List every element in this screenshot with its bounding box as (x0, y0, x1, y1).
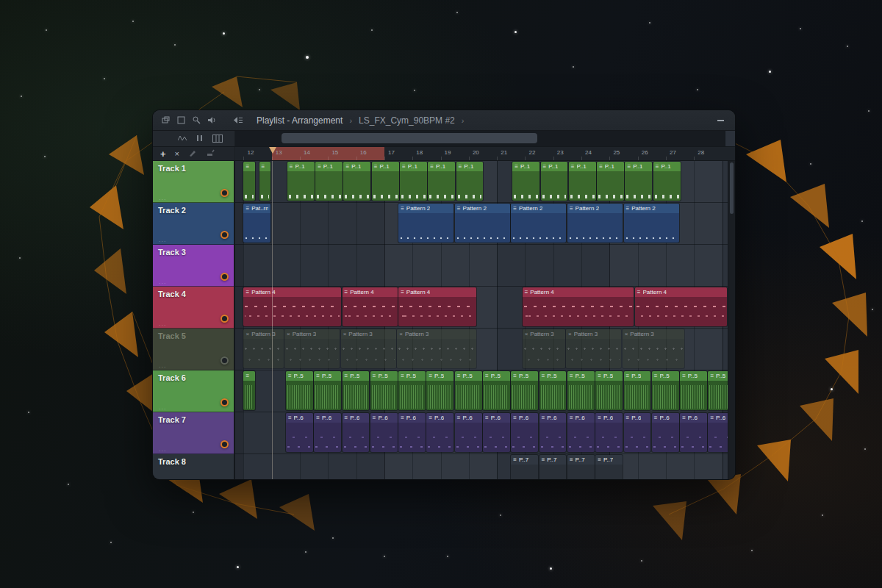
delete-button[interactable]: × (175, 150, 179, 158)
clip[interactable]: ≡P..5 (370, 371, 398, 410)
clip[interactable]: ≡P..7 (539, 455, 567, 479)
audio-preview-icon[interactable] (207, 115, 218, 126)
clip[interactable]: ≡ (259, 162, 271, 201)
clip[interactable]: ≡P..5 (680, 371, 707, 410)
clip[interactable]: ≡P..1 (512, 162, 539, 201)
slide-tool-icon[interactable] (196, 132, 204, 146)
clip[interactable]: ≡P..1 (287, 162, 315, 201)
track-lane[interactable] (235, 245, 728, 287)
clip[interactable]: ≡P..6 (511, 413, 538, 452)
clip[interactable]: ≡Pattern 2 (624, 204, 679, 243)
clip[interactable]: ≡P..5 (624, 371, 651, 410)
clip[interactable]: ×Pattern 3 (284, 329, 340, 368)
brush-tool-icon[interactable] (206, 147, 215, 160)
titlebar[interactable]: Playlist - Arrangement › LS_FX_Cym_90BPM… (153, 110, 735, 131)
clip[interactable]: ×Pattern 3 (623, 329, 685, 368)
clip[interactable]: ≡Pattern 4 (343, 287, 398, 326)
clip[interactable]: ≡ (243, 162, 255, 201)
record-arm-button[interactable] (220, 315, 229, 323)
clip[interactable]: ≡Pattern 2 (455, 204, 510, 243)
clip[interactable]: ≡P..1 (372, 162, 399, 201)
clip[interactable]: ≡Pattern 4 (635, 287, 727, 326)
clip[interactable]: ≡ (243, 371, 255, 410)
clip[interactable]: ≡P..5 (539, 371, 567, 410)
record-arm-button[interactable] (220, 398, 229, 406)
clip[interactable]: ≡P..1 (653, 162, 681, 201)
clip[interactable]: ≡P..5 (426, 371, 453, 410)
clip[interactable]: ≡P..6 (398, 413, 426, 452)
maximize-icon[interactable] (176, 115, 187, 126)
record-arm-button[interactable] (220, 273, 229, 281)
clip[interactable]: ≡Pattern 2 (511, 204, 566, 243)
clip[interactable]: ≡P..6 (455, 413, 482, 452)
clip[interactable]: ≡P..5 (455, 371, 482, 410)
track-lane[interactable]: ≡P..7≡P..7≡P..7≡P..7 (235, 454, 728, 479)
horizontal-scrollbar-thumb[interactable] (282, 133, 537, 143)
playhead-marker[interactable] (269, 147, 276, 154)
track-header[interactable]: Track 3... (153, 245, 234, 287)
track-lane[interactable]: ≡≡≡P..1≡P..1≡P..1≡P..1≡P..1≡P..1≡P..1≡P.… (235, 161, 728, 203)
waveform-tool-icon[interactable] (178, 132, 187, 146)
track-header[interactable]: Track 5... (153, 329, 234, 370)
clip[interactable]: ≡P..6 (286, 413, 313, 452)
detach-icon[interactable] (160, 115, 171, 126)
vertical-scrollbar[interactable] (728, 161, 735, 479)
clip[interactable]: ≡P..6 (680, 413, 707, 452)
clip[interactable]: ≡Pat..rn 2 (243, 204, 270, 243)
record-arm-button[interactable] (220, 356, 229, 365)
playlist-switch-icon[interactable] (232, 115, 243, 126)
clip[interactable]: ≡P..6 (708, 413, 728, 452)
clip[interactable]: ≡P..5 (595, 371, 623, 410)
track-lane[interactable]: ≡Pat..rn 2≡Pattern 2≡Pattern 2≡Pattern 2… (235, 203, 728, 245)
clip[interactable]: ≡P..1 (400, 162, 427, 201)
clip[interactable]: ≡P..1 (541, 162, 568, 201)
clip[interactable]: ≡P..7 (567, 455, 595, 479)
clip[interactable]: ≡P..6 (314, 413, 341, 452)
clip[interactable]: ≡P..1 (456, 162, 484, 201)
clip[interactable]: ×Pattern 3 (566, 329, 621, 368)
clip[interactable]: ≡P..6 (624, 413, 651, 452)
track-lane[interactable]: ≡Pattern 4≡Pattern 4≡Pattern 4≡Pattern 4… (235, 287, 728, 329)
track-header[interactable]: Track 8... (153, 454, 234, 479)
clip[interactable]: ≡Pattern 2 (398, 204, 453, 243)
clip[interactable]: ×Pattern 3 (243, 329, 283, 368)
clip[interactable]: ≡P..7 (511, 455, 538, 479)
clip[interactable]: ≡P..1 (343, 162, 370, 201)
clip[interactable]: ≡P..6 (595, 413, 623, 452)
clip[interactable]: ≡P..5 (398, 371, 426, 410)
clip[interactable]: ×Pattern 3 (523, 329, 565, 368)
timeline-ruler[interactable]: 1213141516171819202122232425262728 (235, 147, 735, 160)
piano-tool-icon[interactable] (212, 132, 223, 146)
track-lane[interactable]: ≡P..6≡P..6≡P..6≡P..6≡P..6≡P..6≡P..6≡P..6… (235, 412, 728, 454)
clip[interactable]: ≡Pattern 4 (523, 287, 634, 326)
minimize-button[interactable] (713, 115, 728, 126)
clip[interactable]: ≡P..1 (597, 162, 624, 201)
clip[interactable]: ×Pattern 3 (397, 329, 476, 368)
clip[interactable]: ≡P..6 (370, 413, 398, 452)
track-header[interactable]: Track 1... (153, 161, 234, 203)
add-button[interactable]: + (160, 149, 166, 159)
record-arm-button[interactable] (220, 231, 229, 239)
track-header[interactable]: Track 6... (153, 370, 234, 412)
zoom-icon[interactable] (191, 115, 202, 126)
clip[interactable]: ≡P..6 (343, 413, 370, 452)
clip[interactable]: ×Pattern 3 (341, 329, 396, 368)
clip[interactable]: ≡P..5 (314, 371, 341, 410)
clip[interactable]: ≡P..5 (511, 371, 538, 410)
clip[interactable]: ≡P..5 (567, 371, 595, 410)
clip[interactable]: ≡P..7 (595, 455, 623, 479)
clip[interactable]: ≡P..5 (343, 371, 370, 410)
clip[interactable]: ≡P..6 (483, 413, 510, 452)
clip[interactable]: ≡P..6 (539, 413, 567, 452)
vertical-scrollbar-thumb[interactable] (730, 162, 734, 214)
track-header[interactable]: Track 7... (153, 412, 234, 454)
scrollbar-corner-button[interactable] (725, 131, 735, 146)
clip[interactable]: ≡P..5 (286, 371, 313, 410)
clip[interactable]: ≡P..5 (483, 371, 510, 410)
playlist-grid[interactable]: ≡≡≡P..1≡P..1≡P..1≡P..1≡P..1≡P..1≡P..1≡P.… (235, 161, 728, 479)
clip[interactable]: ≡Pattern 4 (243, 287, 341, 326)
track-header[interactable]: Track 4... (153, 287, 234, 329)
clip[interactable]: ≡P..5 (708, 371, 728, 410)
arrangement-name[interactable]: LS_FX_Cym_90BPM #2 (359, 115, 455, 126)
clip[interactable]: ≡P..6 (567, 413, 595, 452)
